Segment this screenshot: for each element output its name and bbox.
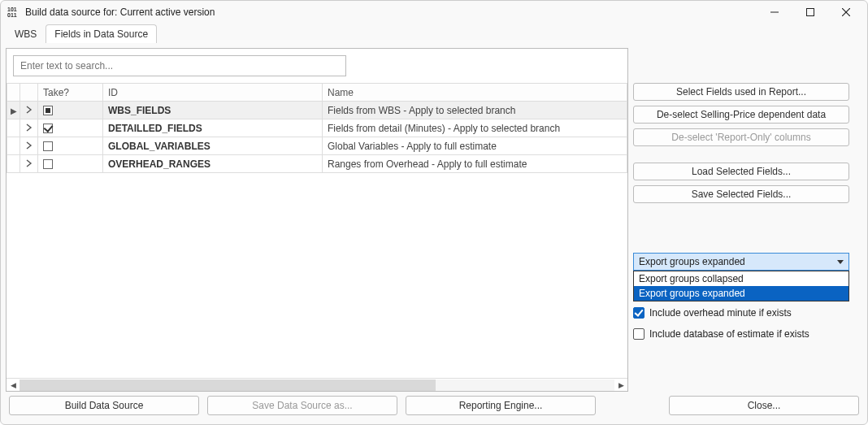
col-expand[interactable] — [20, 84, 38, 102]
table-row[interactable]: DETAILLED_FIELDS Fields from detail (Min… — [7, 119, 627, 137]
load-selected-fields-button[interactable]: Load Selected Fields... — [633, 163, 849, 180]
scroll-right-icon[interactable]: ▶ — [614, 379, 627, 391]
table-row[interactable]: OVERHEAD_RANGES Ranges from Overhead - A… — [7, 155, 627, 173]
col-name[interactable]: Name — [323, 84, 627, 102]
row-name: Global Variables - Apply to full estimat… — [323, 137, 627, 155]
col-id[interactable]: ID — [103, 84, 323, 102]
deselect-report-only-button[interactable]: De-select 'Report-Only' columns — [633, 128, 849, 146]
col-indicator[interactable] — [7, 84, 20, 102]
chevron-right-icon[interactable] — [26, 123, 33, 134]
row-id: WBS_FIELDS — [103, 102, 323, 119]
chevron-right-icon[interactable] — [26, 141, 33, 152]
save-selected-fields-button[interactable]: Save Selected Fields... — [633, 185, 849, 203]
search-input[interactable] — [13, 55, 346, 76]
save-data-source-as-button[interactable]: Save Data Source as... — [207, 396, 397, 415]
window-maximize-button[interactable] — [792, 2, 828, 23]
export-groups-select[interactable]: Export groups expanded — [633, 253, 849, 271]
svg-rect-1 — [807, 9, 814, 16]
take-checkbox[interactable] — [43, 159, 53, 169]
row-id: DETAILLED_FIELDS — [103, 119, 323, 137]
table-row[interactable]: GLOBAL_VARIABLES Global Variables - Appl… — [7, 137, 627, 155]
fields-grid: Take? ID Name ▶ WBS_FIELDS Fields from W… — [7, 83, 627, 173]
export-groups-dropdown-list: Export groups collapsed Export groups ex… — [633, 271, 849, 301]
chevron-right-icon[interactable] — [26, 105, 33, 116]
deselect-selling-price-button[interactable]: De-select Selling-Price dependent data — [633, 106, 849, 124]
reporting-engine-button[interactable]: Reporting Engine... — [406, 396, 596, 415]
chevron-right-icon[interactable] — [26, 158, 33, 170]
horizontal-scrollbar[interactable]: ◀ ▶ — [7, 378, 627, 391]
export-groups-option-expanded[interactable]: Export groups expanded — [634, 286, 848, 301]
scroll-left-icon[interactable]: ◀ — [7, 379, 20, 391]
window-minimize-button[interactable] — [757, 2, 792, 23]
include-overhead-checkbox[interactable] — [633, 307, 644, 319]
select-fields-button[interactable]: Select Fields used in Report... — [633, 83, 849, 101]
row-id: GLOBAL_VARIABLES — [103, 137, 323, 155]
include-database-label: Include database of estimate if exists — [649, 328, 809, 340]
app-icon: 101011 — [7, 6, 20, 19]
table-row[interactable]: ▶ WBS_FIELDS Fields from WBS - Apply to … — [7, 102, 627, 119]
col-take[interactable]: Take? — [38, 84, 103, 102]
include-overhead-label: Include overhead minute if exists — [649, 307, 792, 319]
row-id: OVERHEAD_RANGES — [103, 155, 323, 173]
row-name: Ranges from Overhead - Apply to full est… — [323, 155, 627, 173]
row-name: Fields from WBS - Apply to selected bran… — [323, 102, 627, 119]
build-data-source-button[interactable]: Build Data Source — [9, 396, 199, 415]
close-button[interactable]: Close... — [669, 396, 859, 415]
take-checkbox[interactable] — [43, 124, 53, 133]
export-groups-option-collapsed[interactable]: Export groups collapsed — [634, 271, 848, 286]
tab-wbs[interactable]: WBS — [6, 24, 46, 43]
take-checkbox[interactable] — [43, 106, 53, 115]
tab-fields-in-data-source[interactable]: Fields in Data Source — [46, 24, 157, 43]
row-name: Fields from detail (Minutes) - Apply to … — [323, 119, 627, 137]
window-title: Build data source for: Current active ve… — [25, 7, 215, 18]
window-close-button[interactable] — [828, 2, 864, 23]
row-indicator-icon: ▶ — [11, 106, 17, 115]
take-checkbox[interactable] — [43, 141, 53, 151]
include-database-checkbox[interactable] — [633, 328, 644, 340]
